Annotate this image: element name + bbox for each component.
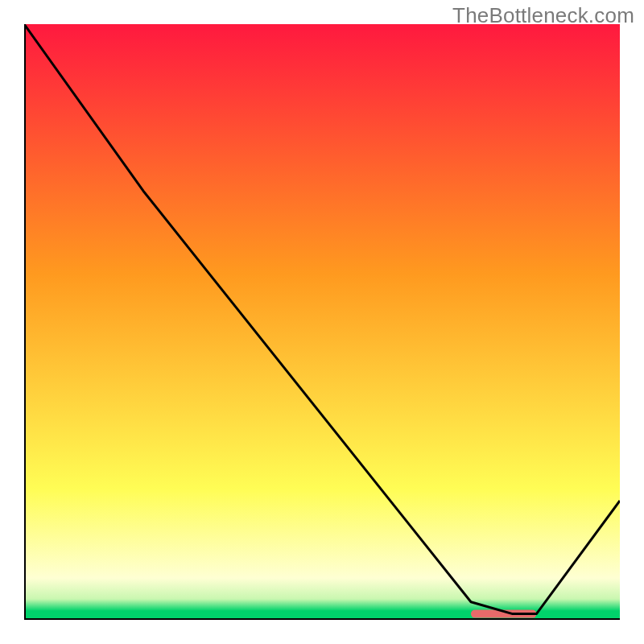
chart-container: TheBottleneck.com: [0, 0, 644, 644]
chart-svg: [24, 24, 620, 620]
chart-background: [24, 24, 620, 620]
chart-plot: [24, 24, 620, 620]
